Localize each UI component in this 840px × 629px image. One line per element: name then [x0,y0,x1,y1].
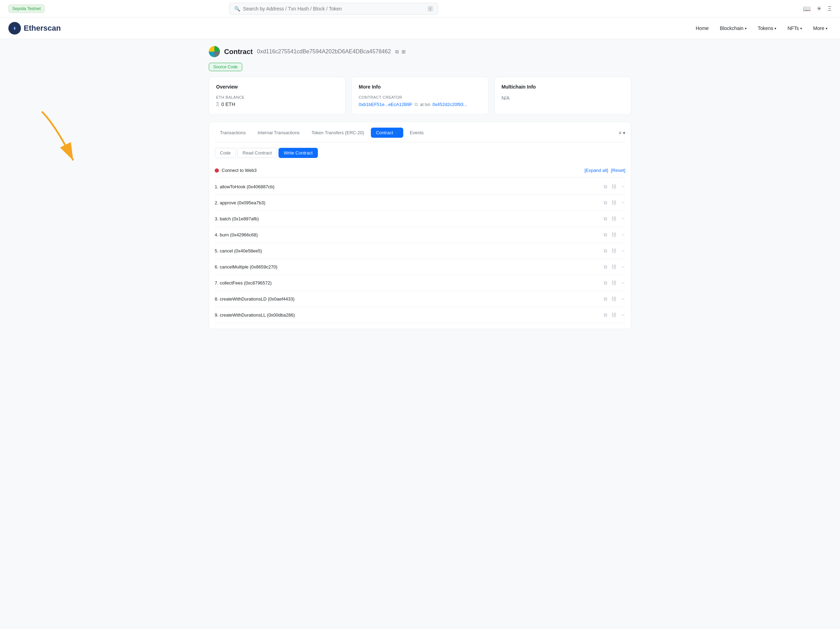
logo[interactable]: Etherscan [8,22,61,35]
tokens-chevron: ▾ [774,27,776,30]
function-copy-icon[interactable]: ⧉ [604,248,607,254]
function-expand-icon[interactable]: → [621,248,625,254]
function-copy-icon[interactable]: ⧉ [604,296,607,302]
more-info-title: More Info [358,84,481,90]
function-link-icon[interactable]: ⛓ [611,216,616,222]
function-link-icon[interactable]: ⛓ [611,280,616,286]
function-link-icon[interactable]: ⛓ [611,312,616,318]
connect-web3-button[interactable]: Connect to Web3 [222,168,257,173]
logo-text: Etherscan [24,24,61,33]
search-bar[interactable]: 🔍 / [229,3,438,15]
subtab-code[interactable]: Code [215,148,236,158]
function-name: 2. approve (0x095ea7b3) [215,200,604,205]
function-copy-icon[interactable]: ⧉ [604,280,607,286]
tabs-container: Transactions Internal Transactions Token… [209,122,631,329]
txn-hash-link[interactable]: 0x452d2c20f93... [433,102,467,107]
nfts-chevron: ▾ [800,27,802,30]
eth-balance-value: Ξ 0 ETH [216,101,338,107]
tab-transactions[interactable]: Transactions [215,128,251,138]
creator-address-link[interactable]: 0xb1bEF51e...eEcA12B9F [358,102,412,107]
function-name: 3. batch (0x1e897afb) [215,216,604,221]
list-chevron: ▾ [623,130,625,136]
function-link-icon[interactable]: ⛓ [611,184,616,190]
function-link-icon[interactable]: ⛓ [611,200,616,206]
main-tabs: Transactions Internal Transactions Token… [215,128,625,142]
book-icon[interactable]: 📖 [803,5,811,13]
function-copy-icon[interactable]: ⧉ [604,200,607,206]
function-link-icon[interactable]: ⛓ [611,296,616,302]
function-expand-icon[interactable]: → [621,296,625,302]
function-name: 1. allowToHook (0x406887cb) [215,184,604,189]
expand-all-link[interactable]: [Expand all] [584,168,608,173]
eth-icon[interactable]: Ξ [827,5,832,13]
slash-shortcut: / [428,6,433,11]
logo-icon [8,22,21,35]
subtab-write-contract[interactable]: Write Contract [278,148,318,158]
nav-blockchain[interactable]: Blockchain ▾ [715,23,751,34]
function-link-icon[interactable]: ⛓ [611,248,616,254]
function-row: 6. cancelMultiple (0x8659c270) ⧉ ⛓ → [215,259,625,275]
nav-nfts[interactable]: NFTs ▾ [783,23,806,34]
function-name: 5. cancel (0x40e58ee5) [215,248,604,253]
theme-icon[interactable]: ☀ [816,5,822,13]
function-expand-icon[interactable]: → [621,200,625,206]
function-expand-icon[interactable]: → [621,280,625,286]
connect-web3-row: Connect to Web3 [Expand all] [Reset] [215,164,625,177]
list-view-toggle[interactable]: ≡ ▾ [619,128,625,138]
function-row: 2. approve (0x095ea7b3) ⧉ ⛓ → [215,195,625,211]
function-expand-icon[interactable]: → [621,264,625,270]
creator-label: CONTRACT CREATOR [358,95,481,100]
blockchain-chevron: ▾ [745,27,747,30]
overview-card: Overview ETH BALANCE Ξ 0 ETH [209,77,346,115]
function-name: 7. collectFees (0xc8796572) [215,280,604,286]
function-copy-icon[interactable]: ⧉ [604,184,607,190]
contract-header: Contract 0xd116c275541cdBe7594A202bD6AE4… [209,46,631,57]
tab-token-transfers[interactable]: Token Transfers (ERC-20) [306,128,369,138]
function-link-icon[interactable]: ⛓ [611,264,616,270]
connect-status-dot [215,168,219,172]
tab-contract[interactable]: Contract ✓ [371,128,403,138]
function-link-icon[interactable]: ⛓ [611,232,616,238]
function-row: 1. allowToHook (0x406887cb) ⧉ ⛓ → [215,179,625,195]
search-input[interactable] [243,6,425,11]
more-chevron: ▾ [826,27,827,30]
multichain-card: Multichain Info N/A [494,77,631,115]
nav-home[interactable]: Home [692,23,713,34]
function-row: 8. createWithDurationsLD (0x0aef4433) ⧉ … [215,291,625,307]
function-name: 6. cancelMultiple (0x8659c270) [215,264,604,270]
tab-events[interactable]: Events [405,128,429,138]
network-badge: Sepolia Testnet [8,5,44,13]
nav-more[interactable]: More ▾ [809,23,832,34]
function-name: 4. burn (0x42966c68) [215,232,604,237]
subtab-read-contract[interactable]: Read Contract [237,148,277,158]
contract-label: Contract [224,48,253,56]
multichain-title: Multichain Info [502,84,624,90]
function-expand-icon[interactable]: → [621,216,625,222]
list-icon: ≡ [619,130,622,136]
function-expand-icon[interactable]: → [621,232,625,238]
function-row: 3. batch (0x1e897afb) ⧉ ⛓ → [215,211,625,227]
eth-symbol: Ξ [216,101,219,107]
sub-tabs: Code Read Contract Write Contract [215,148,625,158]
eth-balance-label: ETH BALANCE [216,95,338,100]
function-expand-icon[interactable]: → [621,184,625,190]
function-copy-icon[interactable]: ⧉ [604,232,607,238]
reset-link[interactable]: [Reset] [611,168,625,173]
function-expand-icon[interactable]: → [621,312,625,318]
function-copy-icon[interactable]: ⧉ [604,216,607,222]
function-copy-icon[interactable]: ⧉ [604,264,607,270]
copy-address-icon[interactable]: ⧉ [395,49,399,55]
nav-tokens[interactable]: Tokens ▾ [753,23,780,34]
contract-verified-icon: ✓ [395,130,398,135]
tab-internal-transactions[interactable]: Internal Transactions [253,128,305,138]
qr-code-icon[interactable]: ⊞ [401,49,406,55]
function-row: 5. cancel (0x40e58ee5) ⧉ ⛓ → [215,243,625,259]
multichain-value: N/A [502,95,624,101]
function-list: 1. allowToHook (0x406887cb) ⧉ ⛓ → 2. app… [215,179,625,323]
source-code-badge[interactable]: Source Code [209,63,242,71]
more-info-card: More Info CONTRACT CREATOR 0xb1bEF51e...… [351,77,488,115]
function-name: 9. createWithDurationsLL (0x00dba286) [215,312,604,318]
function-copy-icon[interactable]: ⧉ [604,312,607,318]
overview-title: Overview [216,84,338,90]
creator-copy-icon[interactable]: ⧉ [414,101,418,107]
